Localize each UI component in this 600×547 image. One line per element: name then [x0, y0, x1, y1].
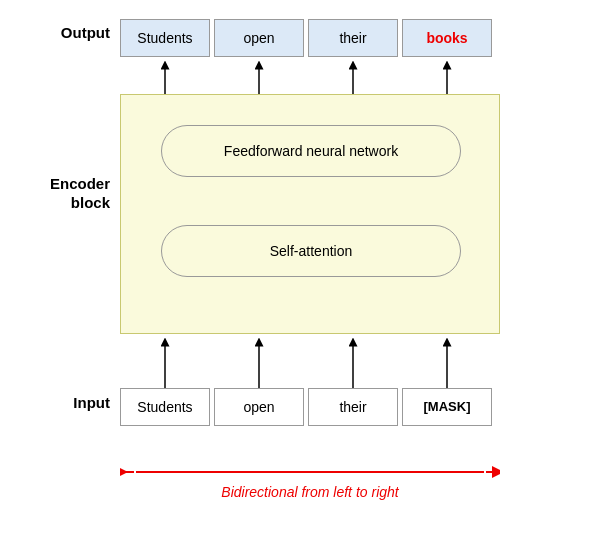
- arrow-bottom-2: [249, 334, 269, 394]
- arrow-up-3: [343, 57, 363, 97]
- output-token-students: Students: [120, 19, 210, 57]
- arrow-up-4: [437, 57, 457, 97]
- arrows-input-to-encoder: [120, 334, 492, 394]
- output-token-their: their: [308, 19, 398, 57]
- output-token-open: open: [214, 19, 304, 57]
- input-tokens: Students open their [MASK]: [120, 388, 492, 426]
- input-token-their: their: [308, 388, 398, 426]
- bidirectional-line: [136, 471, 484, 473]
- output-tokens: Students open their books: [120, 19, 492, 57]
- output-label: Output: [20, 24, 110, 41]
- input-token-students: Students: [120, 388, 210, 426]
- encoder-label: Encoder block: [20, 174, 110, 213]
- right-arrowhead-icon: [484, 464, 500, 480]
- ffnn-box: Feedforward neural network: [161, 125, 461, 177]
- bidirectional-arrow: [120, 464, 500, 480]
- arrow-up-1: [155, 57, 175, 97]
- input-token-open: open: [214, 388, 304, 426]
- encoder-block: Feedforward neural network Self-attentio…: [120, 94, 500, 334]
- output-token-books: books: [402, 19, 492, 57]
- bidirectional-label: Bidirectional from left to right: [221, 484, 398, 500]
- self-attention-box: Self-attention: [161, 225, 461, 277]
- diagram: Output Students open their books: [20, 14, 580, 534]
- arrows-encoder-to-output: [120, 57, 492, 97]
- arrow-bottom-1: [155, 334, 175, 394]
- arrow-bottom-4: [437, 334, 457, 394]
- left-arrowhead-icon: [120, 464, 136, 480]
- arrow-up-2: [249, 57, 269, 97]
- bidirectional-row: Bidirectional from left to right: [120, 464, 500, 500]
- arrow-bottom-3: [343, 334, 363, 394]
- input-label: Input: [20, 394, 110, 411]
- input-token-mask: [MASK]: [402, 388, 492, 426]
